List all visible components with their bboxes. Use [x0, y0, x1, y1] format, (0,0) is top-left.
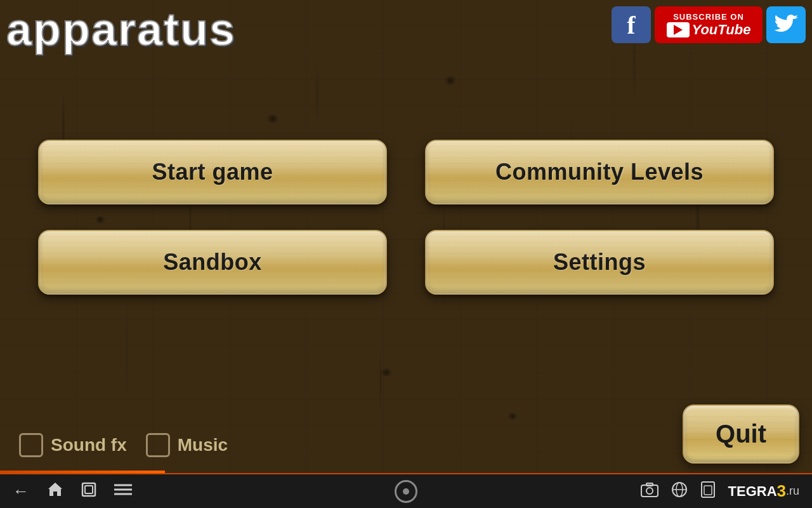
youtube-subscribe-button[interactable]: SUBSCRIBE ON YouTube	[655, 6, 763, 43]
home-circle-dot	[403, 488, 409, 495]
facebook-button[interactable]: f	[612, 6, 651, 43]
menu-area: Start game Community Levels Sandbox Sett…	[0, 140, 812, 295]
youtube-text-label: YouTube	[692, 22, 751, 38]
bottom-controls: Sound fx Music	[19, 433, 228, 457]
recents-button[interactable]	[81, 482, 96, 501]
navigation-bar: ←	[0, 473, 812, 508]
music-label: Music	[178, 435, 228, 455]
sandbox-label: Sandbox	[163, 249, 262, 275]
back-button[interactable]: ←	[13, 481, 29, 501]
sim-icon	[700, 481, 716, 498]
quit-label: Quit	[716, 420, 766, 448]
nav-left: ←	[13, 481, 132, 502]
youtube-logo-box	[667, 22, 690, 37]
svg-rect-1	[85, 486, 93, 493]
youtube-subscribe-label: SUBSCRIBE ON	[673, 12, 744, 22]
settings-button[interactable]: Settings	[425, 230, 774, 295]
sandbox-button[interactable]: Sandbox	[38, 230, 387, 295]
sound-fx-checkbox[interactable]	[19, 433, 43, 457]
community-levels-label: Community Levels	[495, 159, 704, 185]
twitter-bird-icon	[774, 15, 798, 35]
twitter-button[interactable]	[766, 6, 806, 43]
music-checkbox[interactable]	[146, 433, 170, 457]
start-game-button[interactable]: Start game	[38, 140, 387, 204]
start-game-label: Start game	[152, 159, 273, 185]
camera-button[interactable]	[641, 482, 658, 501]
camera-icon	[641, 482, 658, 497]
settings-label: Settings	[553, 249, 646, 275]
sound-fx-group: Sound fx	[19, 433, 127, 457]
facebook-icon: f	[627, 10, 635, 40]
title-text: apparatus	[6, 4, 236, 55]
nav-right: TEGRA 3 .ru	[641, 481, 799, 502]
sim-button[interactable]	[700, 481, 716, 502]
globe-icon	[671, 481, 688, 498]
svg-rect-5	[641, 485, 658, 497]
youtube-logo-area: YouTube	[667, 22, 751, 38]
home-button[interactable]	[47, 481, 63, 502]
app-title: apparatus	[6, 3, 236, 55]
settings-nav-button[interactable]	[671, 481, 688, 502]
sound-fx-label: Sound fx	[51, 435, 127, 455]
social-bar: f SUBSCRIBE ON YouTube	[612, 6, 806, 43]
svg-rect-12	[704, 486, 712, 495]
tegra-logo: TEGRA 3 .ru	[728, 481, 799, 501]
tegra-suffix: .ru	[786, 485, 799, 498]
recents-icon	[81, 482, 96, 497]
home-icon	[47, 481, 63, 498]
tegra-text-label: TEGRA	[728, 483, 777, 500]
tegra-number: 3	[777, 481, 786, 501]
quit-button[interactable]: Quit	[683, 404, 799, 464]
music-group: Music	[146, 433, 228, 457]
svg-point-6	[646, 488, 653, 494]
nav-center	[395, 480, 417, 503]
youtube-play-icon	[674, 25, 683, 35]
menu-button[interactable]	[114, 483, 132, 500]
home-circle-button[interactable]	[395, 480, 417, 503]
menu-icon	[114, 483, 132, 497]
community-levels-button[interactable]: Community Levels	[425, 140, 774, 204]
main-area: apparatus f SUBSCRIBE ON YouTube Sta	[0, 0, 812, 473]
